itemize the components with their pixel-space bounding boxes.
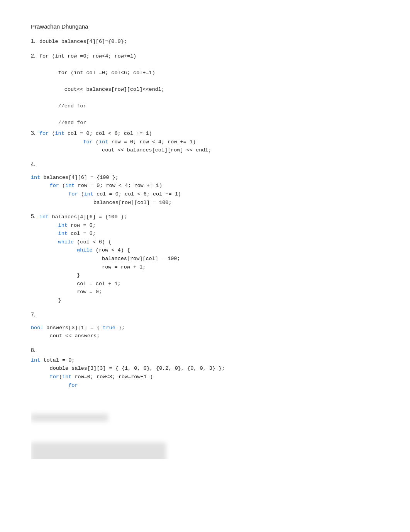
section-7-block: bool answers[3][1] = { true }; cout << a…	[31, 324, 379, 340]
section-3-code: for (int col = 0; col < 6; col += 1) for…	[39, 129, 212, 155]
section-5-code: int balances[4][6] = {100 }; int row = 0…	[39, 213, 180, 305]
blurred-content	[31, 397, 379, 459]
section-1-code: double balances[4][6]={0.0};	[39, 37, 127, 46]
section-7-number: 7.	[31, 311, 39, 318]
section-2: 2. for (int row =0; row<4; row+=1) for (…	[31, 52, 379, 127]
section-4-number: 4.	[31, 161, 39, 167]
section-2-code: for (int row =0; row<4; row+=1) for (int…	[39, 52, 164, 127]
section-5-number: 5.	[31, 213, 39, 219]
section-8: 8.	[31, 347, 379, 353]
section-7: 7.	[31, 311, 379, 318]
section-3-number: 3.	[31, 129, 39, 136]
section-3: 3. for (int col = 0; col < 6; col += 1) …	[31, 129, 379, 155]
section-2-number: 2.	[31, 52, 39, 59]
section-4-block: int balances[4][6] = {100 }; for (int ro…	[31, 173, 379, 207]
section-4: 4.	[31, 161, 379, 167]
section-1-number: 1.	[31, 37, 39, 44]
section-5: 5. int balances[4][6] = {100 }; int row …	[31, 213, 379, 305]
section-1: 1. double balances[4][6]={0.0};	[31, 37, 379, 46]
author: Prawachan Dhungana	[31, 23, 379, 30]
section-8-block: int total = 0; double sales[3][3] = { {1…	[31, 356, 379, 389]
section-8-number: 8.	[31, 347, 39, 353]
